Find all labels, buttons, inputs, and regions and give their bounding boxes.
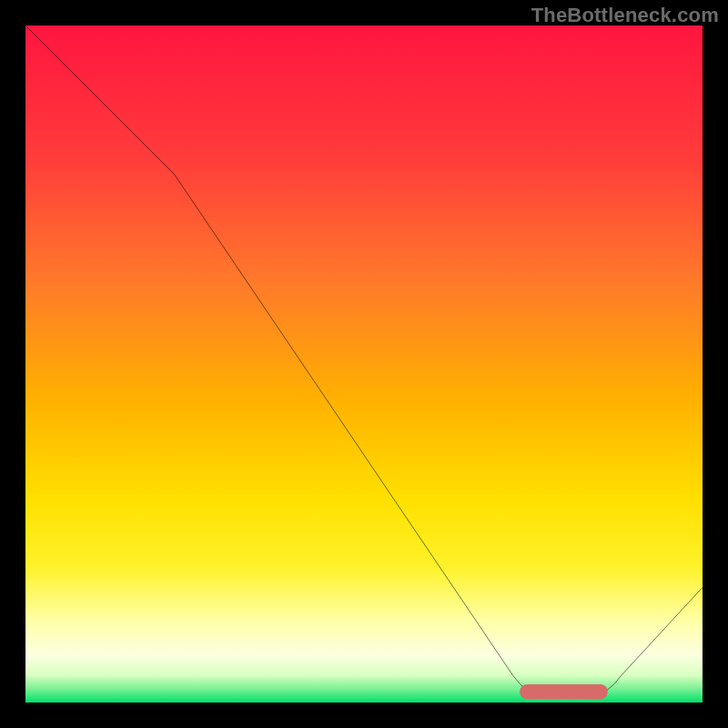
plot-area	[25, 25, 703, 703]
watermark-text: TheBottleneck.com	[531, 4, 719, 27]
optimal-range-marker	[520, 684, 608, 699]
curve-layer	[25, 25, 703, 703]
chart-frame: TheBottleneck.com	[0, 0, 728, 728]
bottleneck-curve	[25, 25, 703, 694]
